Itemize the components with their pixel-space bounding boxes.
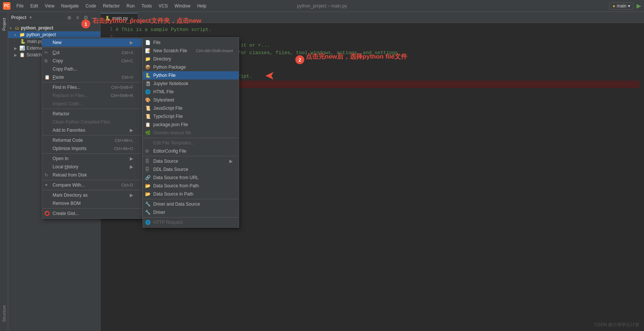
context-menu-item-reload[interactable]: ↻ Reload from Disk <box>42 171 142 179</box>
context-menu-item-refactor[interactable]: Refactor <box>42 110 142 118</box>
submenu-item-stylesheet[interactable]: 🎨 Stylesheet <box>143 96 239 104</box>
editorconfig-icon: ⚙ <box>145 149 149 154</box>
submenu-item-packagejson[interactable]: 📋 package.json File <box>143 121 239 129</box>
panel-sync-icon[interactable]: ⊕ <box>66 14 73 21</box>
context-menu-item-replace[interactable]: Replace in Files... Ctrl+Shift+R <box>42 91 142 100</box>
toolbar-right: ● main ▾ ▶ <box>609 2 641 10</box>
menu-navigate[interactable]: Navigate <box>58 3 82 9</box>
submenu-item-jupyter[interactable]: 📓 Jupyter Notebook <box>143 79 239 88</box>
submenu-item-driver[interactable]: 🔧 Driver <box>143 208 239 216</box>
external-libs-icon: 📊 <box>19 46 25 51</box>
run-config-selector[interactable]: ● main ▾ <box>609 2 634 10</box>
menu-file[interactable]: File <box>13 3 26 9</box>
line-number: 1 <box>105 26 113 34</box>
http-icon: 🌐 <box>145 220 151 225</box>
menu-separator <box>42 47 142 48</box>
submenu-separator-3 <box>143 199 239 199</box>
project-dropdown[interactable]: ▾ <box>29 15 32 20</box>
left-sidebar-tabs: Project Structure <box>0 12 8 331</box>
submenu-item-ts[interactable]: 📜 TypeScript File <box>143 112 239 121</box>
menu-run[interactable]: Run <box>123 3 138 9</box>
menu-separator-4 <box>42 135 142 135</box>
watermark: CSDN @小张学云计算 <box>594 322 640 328</box>
annotation-badge-1: 1 <box>81 19 90 28</box>
tree-arrow-scratch: ▶ <box>14 53 18 57</box>
folder-icon: 🗂 <box>15 25 19 31</box>
context-menu-item-mark-dir[interactable]: Mark Directory as ▶ <box>42 191 142 199</box>
context-menu-item-inspect[interactable]: Inspect Code... <box>42 100 142 108</box>
context-menu-item-copy[interactable]: ⧉ Copy Ctrl+C <box>42 57 142 65</box>
context-menu-item-create-gist[interactable]: ⭕ Create Gist... <box>42 209 142 218</box>
submenu-item-gherkin[interactable]: 🌿 Gherkin feature file <box>143 129 239 137</box>
menu-bar[interactable]: File Edit View Navigate Code Refactor Ru… <box>13 3 209 9</box>
menu-code[interactable]: Code <box>82 3 99 9</box>
submenu-item-edit-templates[interactable]: Edit File Templates... <box>143 139 239 147</box>
directory-icon: 📁 <box>145 56 151 62</box>
context-menu-main[interactable]: New ▶ ✂ Cut Ctrl+X ⧉ Copy Ctrl+C Copy Pa… <box>42 37 142 219</box>
datasource-url-icon: 🔗 <box>145 175 151 180</box>
submenu-item-ddl[interactable]: 🗄 DDL Data Source <box>143 165 239 174</box>
context-menu-item-remove-bom[interactable]: Remove BOM <box>42 199 142 207</box>
menu-help[interactable]: Help <box>194 3 210 9</box>
run-config-icon: ● <box>613 3 615 9</box>
menu-refactor[interactable]: Refactor <box>100 3 123 9</box>
annotation-text-2: 点击完new后，选择python file文件 <box>306 52 407 61</box>
run-config-dropdown[interactable]: ▾ <box>628 3 630 9</box>
submenu-item-editorconfig[interactable]: ⚙ EditorConfig File <box>143 147 239 155</box>
submenu-item-datasource-in-path[interactable]: 📂 Data Source in Path <box>143 190 239 198</box>
panel-sort-icon[interactable]: ≡ <box>74 14 81 21</box>
submenu-item-driver-datasource[interactable]: 🔧 Driver and Data Source <box>143 200 239 208</box>
submenu-item-python-package[interactable]: 📦 Python Package <box>143 63 239 71</box>
menu-view[interactable]: View <box>42 3 57 9</box>
submenu-item-js[interactable]: 📜 JavaScript File <box>143 104 239 112</box>
context-menu-item-optimize[interactable]: Optimize Imports Ctrl+Alt+O <box>42 144 142 153</box>
menu-separator-8 <box>42 208 142 209</box>
sidebar-tab-project[interactable]: Project <box>0 15 8 34</box>
context-menu-item-local-history[interactable]: Local History ▶ <box>42 163 142 171</box>
context-menu-item-reformat[interactable]: Reformat Code Ctrl+Alt+L <box>42 136 142 144</box>
menu-edit[interactable]: Edit <box>27 3 41 9</box>
menu-separator-5 <box>42 153 142 154</box>
submenu-separator-2 <box>143 156 239 156</box>
submenu-item-python-file[interactable]: 🐍 Python File <box>143 71 239 79</box>
context-menu-item-copy-path[interactable]: Copy Path... <box>42 65 142 73</box>
menu-separator-2 <box>42 82 142 82</box>
submenu-item-file[interactable]: 📄 File <box>143 38 239 47</box>
run-button[interactable]: ▶ <box>637 2 641 9</box>
context-menu-item-open-in[interactable]: Open In ▶ <box>42 154 142 163</box>
ts-icon: 📜 <box>145 114 151 119</box>
gist-icon: ⭕ <box>44 211 50 216</box>
submenu-item-http[interactable]: 🌐 HTTP Request <box>143 218 239 227</box>
context-menu-item-clean[interactable]: Clean Python Compiled Files <box>42 118 142 126</box>
submenu-item-directory[interactable]: 📁 Directory <box>143 55 239 63</box>
run-config-label: main <box>617 3 626 9</box>
submenu-item-datasource-url[interactable]: 🔗 Data Source from URL <box>143 174 239 182</box>
menu-vcs[interactable]: VCS <box>155 3 171 9</box>
context-menu-item-find[interactable]: Find in Files... Ctrl+Shift+F <box>42 83 142 91</box>
context-menu-item-paste[interactable]: 📋 Paste Ctrl+V <box>42 73 142 81</box>
title-bar: PC File Edit View Navigate Code Refactor… <box>0 0 644 12</box>
context-menu-item-cut[interactable]: ✂ Cut Ctrl+X <box>42 49 142 57</box>
submenu-item-html[interactable]: 🌐 HTML File <box>143 88 239 96</box>
submenu-item-scratch[interactable]: 📝 New Scratch File Ctrl+Alt+Shift+Insert <box>143 47 239 55</box>
js-icon: 📜 <box>145 106 151 111</box>
submenu-new[interactable]: 📄 File 📝 New Scratch File Ctrl+Alt+Shift… <box>142 37 239 228</box>
tree-label-project: python_project <box>26 32 56 37</box>
context-menu-item-new[interactable]: New ▶ <box>42 38 142 47</box>
submenu-item-datasource[interactable]: 🗄 Data Source ▶ <box>143 157 239 165</box>
driver-icon: 🔧 <box>145 210 151 215</box>
context-menu-item-compare[interactable]: ✦ Compare With... Ctrl+D <box>42 181 142 189</box>
gherkin-icon: 🌿 <box>145 130 151 135</box>
context-menu-item-favorites[interactable]: Add to Favorites ▶ <box>42 126 142 134</box>
submenu-item-datasource-path[interactable]: 📂 Data Source from Path <box>143 182 239 190</box>
datasource-in-path-icon: 📂 <box>145 191 151 197</box>
project-folder-icon: 📁 <box>19 32 25 37</box>
cut-icon: ✂ <box>44 50 48 55</box>
menu-window[interactable]: Window <box>172 3 194 9</box>
menu-separator-7 <box>42 190 142 190</box>
packagejson-icon: 📋 <box>145 122 151 127</box>
sidebar-tab-structure[interactable]: Structure <box>0 302 8 325</box>
py-file-icon: 🐍 <box>20 39 26 44</box>
code-line-1: 1 # This is a sample Python script. <box>105 26 640 34</box>
menu-tools[interactable]: Tools <box>138 3 155 9</box>
